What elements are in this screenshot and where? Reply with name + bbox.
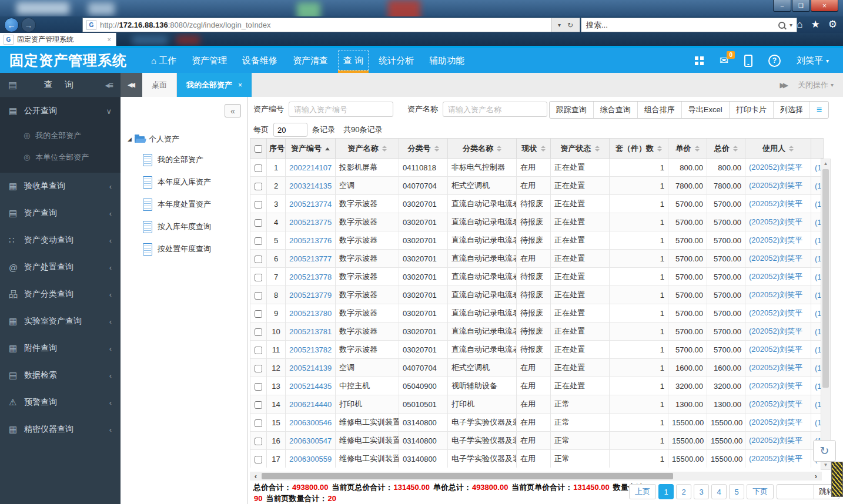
vertical-scrollbar[interactable]: ▲ ▼ xyxy=(821,159,831,470)
tab-close-icon[interactable]: × xyxy=(103,36,116,43)
row-checkbox[interactable] xyxy=(255,164,262,172)
sidebar-item-precision-instrument-query[interactable]: ▦精密仪器查询‹ xyxy=(0,416,121,443)
row-checkbox[interactable] xyxy=(255,438,262,445)
sidebar-item-public-query[interactable]: ▤公开查询∨ xyxy=(0,98,121,125)
cell-link[interactable]: 2005213782 xyxy=(286,341,336,359)
help-icon[interactable]: ? xyxy=(768,55,781,67)
nav-item-4[interactable]: 查 询 xyxy=(336,48,371,73)
scroll-up-icon[interactable]: ▲ xyxy=(821,159,830,168)
cell-link[interactable]: (202052)刘笑平 xyxy=(745,432,811,450)
tree-item-1[interactable]: 本年度入库资产 xyxy=(128,171,246,193)
toolbar-button-5[interactable]: 列选择 xyxy=(774,102,810,118)
cell-link[interactable]: (202052)刘笑平 xyxy=(745,359,811,377)
row-checkbox[interactable] xyxy=(255,347,262,354)
column-header-10[interactable]: 使用人 xyxy=(745,139,811,159)
jump-page-input[interactable] xyxy=(777,484,814,499)
tree-root-node[interactable]: ◢ 个人资产 xyxy=(128,130,246,149)
row-checkbox[interactable] xyxy=(255,419,262,427)
column-header-9[interactable]: 总价 xyxy=(707,139,745,159)
cell-link[interactable]: (202052)刘笑平 xyxy=(745,177,811,195)
nav-item-2[interactable]: 设备维修 xyxy=(235,48,285,73)
page-button-4[interactable]: 4 xyxy=(711,484,727,499)
row-checkbox[interactable] xyxy=(255,274,262,281)
sidebar-item-asset-change-query[interactable]: ∷资产变动查询‹ xyxy=(0,227,121,254)
cell-link[interactable]: (202052)刘笑平 xyxy=(745,341,811,359)
cell-link[interactable]: 2005214435 xyxy=(286,377,336,395)
page-button-3[interactable]: 3 xyxy=(694,484,709,499)
toolbar-button-3[interactable]: 导出Excel xyxy=(682,102,730,118)
tree-item-0[interactable]: 我的全部资产 xyxy=(128,149,246,171)
row-checkbox[interactable] xyxy=(255,219,262,227)
cell-link[interactable]: 2005214139 xyxy=(286,359,336,377)
home-icon[interactable]: ⌂ xyxy=(797,18,802,31)
cell-link[interactable]: (202052)刘笑平 xyxy=(745,286,811,304)
cell-link[interactable]: 2002214107 xyxy=(286,159,336,177)
cell-link[interactable]: 2006300547 xyxy=(286,432,336,450)
cell-link[interactable]: 2006300546 xyxy=(286,414,336,432)
scroll-tabs-right-button[interactable]: ▶▶ xyxy=(780,81,786,89)
column-header-8[interactable]: 单价 xyxy=(668,139,707,159)
nav-item-5[interactable]: 统计分析 xyxy=(371,48,421,73)
cell-link[interactable]: 2005213777 xyxy=(286,250,336,268)
column-header-5[interactable]: 现状 xyxy=(517,139,551,159)
toolbar-button-0[interactable]: 跟踪查询 xyxy=(550,102,594,118)
row-checkbox[interactable] xyxy=(255,237,262,245)
back-button[interactable]: ← xyxy=(4,18,19,32)
asset-no-input[interactable] xyxy=(289,102,393,117)
cell-link[interactable]: 2005213775 xyxy=(286,213,336,231)
cell-link[interactable]: (202052)刘笑平 xyxy=(745,159,811,177)
row-checkbox[interactable] xyxy=(255,383,262,391)
page-button-5[interactable]: 5 xyxy=(729,484,744,499)
cell-link[interactable]: (202052)刘笑平 xyxy=(745,414,811,432)
column-header-3[interactable]: 分类号 xyxy=(399,139,448,159)
cell-link[interactable]: (202052)刘笑平 xyxy=(745,268,811,286)
cell-link[interactable]: (202052)刘笑平 xyxy=(745,195,811,213)
sidebar-item-acceptance-form-query[interactable]: ▦验收单查询‹ xyxy=(0,173,121,200)
toolbar-button-4[interactable]: 打印卡片 xyxy=(730,102,774,118)
per-page-input[interactable] xyxy=(273,123,307,137)
tree-item-4[interactable]: 按处置年度查询 xyxy=(128,238,246,260)
vertical-scrollbar-thumb[interactable] xyxy=(822,169,829,388)
sidebar-item-data-search[interactable]: ▤数据检索‹ xyxy=(0,362,121,389)
cell-link[interactable]: (202052)刘笑平 xyxy=(745,213,811,231)
cell-link[interactable]: 2006214440 xyxy=(286,395,336,414)
row-checkbox[interactable] xyxy=(255,365,262,372)
page-button-2[interactable]: 2 xyxy=(676,484,691,499)
cell-link[interactable]: 2005213774 xyxy=(286,195,336,213)
apps-grid-icon[interactable] xyxy=(695,56,704,65)
row-checkbox[interactable] xyxy=(255,256,262,263)
cell-link[interactable]: 2003214135 xyxy=(286,177,336,195)
row-checkbox[interactable] xyxy=(255,401,262,409)
sidebar-item-asset-query[interactable]: ▤资产查询‹ xyxy=(0,200,121,227)
row-checkbox[interactable] xyxy=(255,456,262,463)
nav-item-0[interactable]: ⌂工作 xyxy=(143,48,184,73)
tab-close-icon[interactable]: × xyxy=(238,81,242,89)
refresh-grid-button[interactable]: ↻ xyxy=(813,440,836,462)
toolbar-button-1[interactable]: 综合查询 xyxy=(594,102,638,118)
tree-item-2[interactable]: 本年度处置资产 xyxy=(128,193,246,216)
user-menu[interactable]: 刘笑平▾ xyxy=(797,55,829,66)
horizontal-scrollbar-thumb[interactable] xyxy=(262,473,673,479)
refresh-icon[interactable]: ↻ xyxy=(567,21,573,29)
cell-link[interactable]: 2005213778 xyxy=(286,268,336,286)
nav-item-3[interactable]: 资产清查 xyxy=(285,48,336,73)
search-dropdown-icon[interactable]: ▾ xyxy=(790,22,792,28)
cell-link[interactable]: (202052)刘笑平 xyxy=(745,304,811,322)
scroll-right-icon[interactable]: › xyxy=(810,472,822,481)
scroll-down-icon[interactable]: ▼ xyxy=(821,461,830,469)
column-header-2[interactable]: 资产名称 xyxy=(336,139,399,159)
cell-link[interactable]: 2005213779 xyxy=(286,286,336,304)
tab-my-assets[interactable]: 我的全部资产 × xyxy=(177,73,252,97)
cell-link[interactable]: 2006300559 xyxy=(286,450,336,468)
minimize-button[interactable]: – xyxy=(773,0,791,12)
sidebar-item-warning-query[interactable]: ⚠预警查询‹ xyxy=(0,389,121,416)
favorites-star-icon[interactable]: ★ xyxy=(811,18,820,31)
settings-gear-icon[interactable]: ⚙ xyxy=(828,18,837,31)
sidebar-collapse-icon[interactable]: ◂≡ xyxy=(105,80,112,90)
autocomplete-dropdown-icon[interactable]: ▾ xyxy=(558,22,561,28)
sidebar-item-attachment-query[interactable]: ▦附件查询‹ xyxy=(0,335,121,362)
sidebar-item-asset-disposal-query[interactable]: @资产处置查询‹ xyxy=(0,254,121,281)
row-checkbox[interactable] xyxy=(255,310,262,318)
scroll-tabs-left-button[interactable]: ◀◀ xyxy=(121,73,142,97)
column-header-6[interactable]: 资产状态 xyxy=(551,139,610,159)
